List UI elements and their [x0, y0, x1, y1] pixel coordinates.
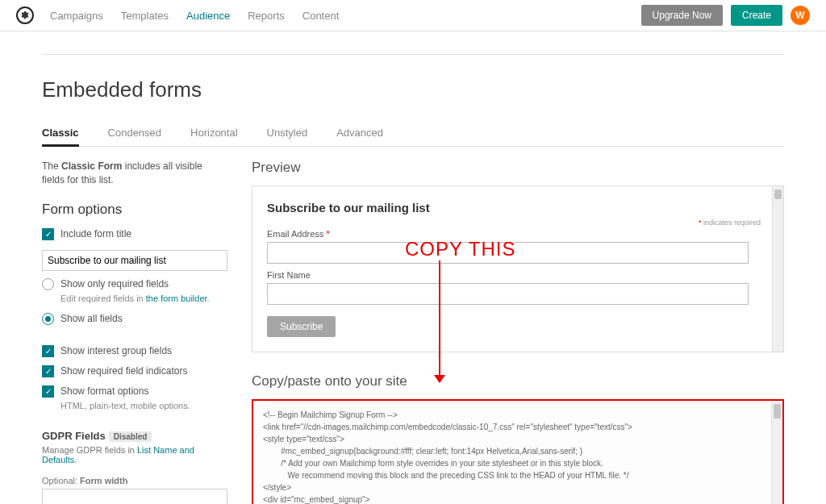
- checkbox-icon[interactable]: ✓: [42, 345, 54, 357]
- embed-code-box[interactable]: <!-- Begin Mailchimp Signup Form --> <li…: [252, 399, 784, 504]
- required-indicator: * indicates required: [699, 219, 761, 227]
- option-all-fields[interactable]: Show all fields: [42, 312, 227, 326]
- subscribe-button[interactable]: Subscribe: [267, 316, 336, 337]
- preview-heading: Preview: [252, 160, 784, 176]
- preview-box: Subscribe to our mailing list * indicate…: [252, 185, 784, 352]
- copy-heading: Copy/paste onto your site: [252, 373, 784, 389]
- option-interest[interactable]: ✓ Show interest group fields: [42, 344, 227, 358]
- page-body: Embedded forms Classic Condensed Horizon…: [42, 31, 784, 504]
- option-indicators[interactable]: ✓ Show required field indicators: [42, 364, 227, 378]
- option-label: Show interest group fields: [60, 344, 172, 358]
- checkbox-icon[interactable]: ✓: [42, 365, 54, 377]
- gdpr-text: Manage GDPR fields in List Name and Defa…: [42, 445, 227, 464]
- top-nav: ✽ Campaigns Templates Audience Reports C…: [0, 0, 826, 31]
- tab-unstyled[interactable]: Unstyled: [267, 127, 308, 140]
- logo-icon[interactable]: ✽: [16, 6, 34, 24]
- nav-templates[interactable]: Templates: [121, 10, 169, 22]
- copy-section: COPY THIS Copy/paste onto your site <!--…: [252, 373, 784, 504]
- tab-advanced[interactable]: Advanced: [336, 127, 383, 140]
- upgrade-button[interactable]: Upgrade Now: [641, 5, 723, 26]
- form-title-input[interactable]: [42, 250, 227, 271]
- left-column: The Classic Form includes all visible fi…: [42, 160, 227, 504]
- fname-label: First Name: [267, 270, 769, 280]
- nav-reports[interactable]: Reports: [248, 10, 285, 22]
- radio-icon[interactable]: [42, 313, 54, 325]
- create-button[interactable]: Create: [731, 5, 782, 26]
- option-label: Show required field indicators: [60, 364, 187, 378]
- page-title: Embedded forms: [42, 77, 784, 102]
- annotation-text: COPY THIS: [405, 238, 515, 260]
- disabled-badge: Disabled: [109, 431, 152, 442]
- code-scrollbar[interactable]: [771, 401, 782, 504]
- preview-scrollbar[interactable]: [772, 186, 783, 352]
- option-label: Show only required fields Edit required …: [60, 277, 210, 305]
- nav-audience[interactable]: Audience: [186, 10, 230, 22]
- tab-classic[interactable]: Classic: [42, 127, 79, 147]
- form-builder-link[interactable]: the form builder: [146, 294, 207, 303]
- option-format[interactable]: ✓ Show format options HTML, plain-text, …: [42, 385, 227, 412]
- form-options-heading: Form options: [42, 202, 227, 218]
- divider: [42, 54, 784, 55]
- right-column: Preview Subscribe to our mailing list * …: [252, 160, 784, 504]
- nav-campaigns[interactable]: Campaigns: [50, 10, 103, 22]
- checkbox-icon[interactable]: ✓: [42, 228, 54, 240]
- annotation-arrow-icon: [439, 260, 440, 378]
- gdpr-heading: GDPR FieldsDisabled: [42, 430, 227, 442]
- option-label: Show format options HTML, plain-text, mo…: [60, 385, 190, 412]
- checkbox-icon[interactable]: ✓: [42, 385, 54, 398]
- nav-links: Campaigns Templates Audience Reports Con…: [50, 10, 339, 22]
- avatar[interactable]: W: [791, 6, 810, 25]
- radio-icon[interactable]: [42, 278, 54, 290]
- option-label: Show all fields: [60, 312, 123, 326]
- preview-title: Subscribe to our mailing list: [267, 201, 769, 215]
- width-label: Optional: Form width: [42, 476, 227, 485]
- option-include-title[interactable]: ✓ Include form title: [42, 227, 227, 241]
- email-label: Email Address *: [267, 229, 769, 239]
- option-label: Include form title: [60, 227, 131, 241]
- embed-code-text: <!-- Begin Mailchimp Signup Form --> <li…: [263, 410, 770, 504]
- intro-text: The Classic Form includes all visible fi…: [42, 160, 227, 187]
- option-required-only[interactable]: Show only required fields Edit required …: [42, 277, 227, 305]
- tab-condensed[interactable]: Condensed: [108, 127, 162, 140]
- fname-input[interactable]: [267, 283, 749, 305]
- form-width-input[interactable]: [42, 489, 227, 504]
- tab-horizontal[interactable]: Horizontal: [190, 127, 238, 140]
- nav-right: Upgrade Now Create W: [641, 5, 810, 26]
- nav-content[interactable]: Content: [302, 10, 340, 22]
- form-tabs: Classic Condensed Horizontal Unstyled Ad…: [42, 127, 784, 147]
